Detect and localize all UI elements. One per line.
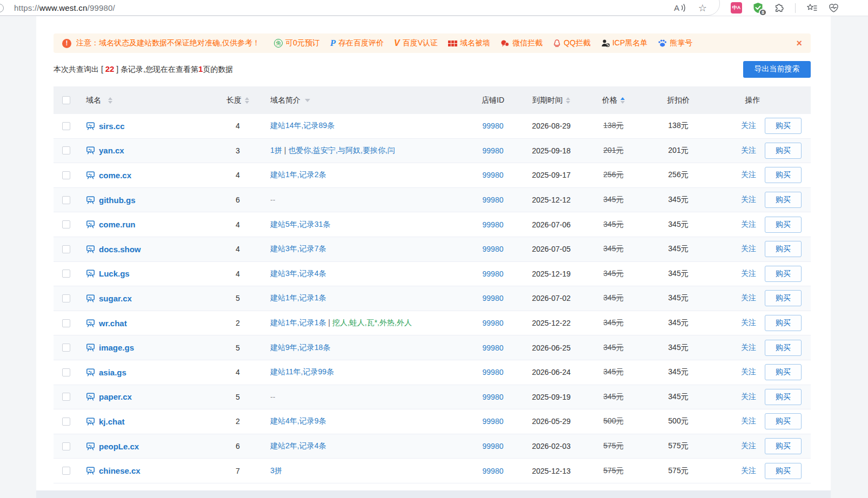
intro-text[interactable]: 1拼 | 也爱你,益安宁,与阿奴,要挨你,闫 xyxy=(270,146,395,156)
shop-id-link[interactable]: 99980 xyxy=(483,294,504,302)
buy-button[interactable]: 购买 xyxy=(765,364,802,380)
row-checkbox[interactable] xyxy=(62,442,70,450)
domain-link[interactable]: paper.cx xyxy=(99,392,132,401)
intro-text[interactable]: 建站9年,记录18条 xyxy=(270,343,330,353)
intro-text[interactable]: 建站3年,记录7条 xyxy=(270,244,326,254)
row-checkbox[interactable] xyxy=(62,146,70,154)
shop-id-link[interactable]: 99980 xyxy=(483,270,504,278)
intro-text[interactable]: 建站5年,记录31条 xyxy=(270,220,330,230)
row-checkbox[interactable] xyxy=(62,467,70,475)
intro-text[interactable]: 建站2年,记录4条 xyxy=(270,441,326,451)
site-preview-icon[interactable] xyxy=(86,122,95,131)
intro-text[interactable]: -- xyxy=(270,393,275,401)
row-checkbox[interactable] xyxy=(62,319,70,327)
site-preview-icon[interactable] xyxy=(86,319,95,328)
site-preview-icon[interactable] xyxy=(86,171,95,180)
buy-button[interactable]: 购买 xyxy=(765,438,802,454)
buy-button[interactable]: 购买 xyxy=(765,290,802,306)
shop-id-link[interactable]: 99980 xyxy=(483,245,504,253)
follow-link[interactable]: 关注 xyxy=(741,121,756,131)
buy-button[interactable]: 购买 xyxy=(765,241,802,257)
url-text[interactable]: https://www.west.cn/99980/ xyxy=(14,3,115,12)
intro-text[interactable]: 建站11年,记录99条 xyxy=(270,367,334,377)
follow-link[interactable]: 关注 xyxy=(741,392,756,402)
site-preview-icon[interactable] xyxy=(86,417,95,426)
site-preview-icon[interactable] xyxy=(86,269,95,278)
domain-link[interactable]: image.gs xyxy=(99,343,134,352)
intro-text[interactable]: 建站4年,记录9条 xyxy=(270,416,326,426)
domain-link[interactable]: sugar.cx xyxy=(99,294,132,303)
follow-link[interactable]: 关注 xyxy=(741,170,756,180)
favorite-star-icon[interactable]: ☆ xyxy=(698,3,707,13)
shop-id-link[interactable]: 99980 xyxy=(483,393,504,401)
shop-id-link[interactable]: 99980 xyxy=(483,196,504,204)
shop-id-link[interactable]: 99980 xyxy=(483,319,504,327)
intro-text[interactable]: 建站14年,记录89条 xyxy=(270,121,335,131)
site-preview-icon[interactable] xyxy=(86,146,95,155)
buy-button[interactable]: 购买 xyxy=(765,192,802,208)
follow-link[interactable]: 关注 xyxy=(741,195,756,205)
shop-id-link[interactable]: 99980 xyxy=(483,467,504,475)
collections-icon[interactable] xyxy=(806,3,817,13)
domain-link[interactable]: kj.chat xyxy=(99,417,125,426)
buy-button[interactable]: 购买 xyxy=(765,413,802,429)
row-checkbox[interactable] xyxy=(62,294,70,302)
follow-link[interactable]: 关注 xyxy=(741,220,756,230)
buy-button[interactable]: 购买 xyxy=(765,389,802,405)
shop-id-link[interactable]: 99980 xyxy=(483,220,504,229)
sort-price-icon[interactable] xyxy=(620,97,625,104)
intro-filter-caret-icon[interactable] xyxy=(305,99,310,102)
follow-link[interactable]: 关注 xyxy=(741,293,756,303)
shop-id-link[interactable]: 99980 xyxy=(483,344,504,352)
buy-button[interactable]: 购买 xyxy=(765,217,802,233)
header-length[interactable]: 长度 xyxy=(216,96,260,105)
domain-link[interactable]: asia.gs xyxy=(99,368,126,377)
buy-button[interactable]: 购买 xyxy=(765,143,802,159)
shop-id-link[interactable]: 99980 xyxy=(483,146,504,155)
site-preview-icon[interactable] xyxy=(86,343,95,352)
row-checkbox[interactable] xyxy=(62,220,70,228)
row-checkbox[interactable] xyxy=(62,393,70,401)
read-aloud-icon[interactable]: A xyxy=(673,3,686,13)
select-all-checkbox[interactable] xyxy=(62,96,70,104)
row-checkbox[interactable] xyxy=(62,344,70,352)
follow-link[interactable]: 关注 xyxy=(741,269,756,279)
row-checkbox[interactable] xyxy=(62,196,70,204)
site-preview-icon[interactable] xyxy=(86,466,95,475)
header-intro[interactable]: 域名简介 xyxy=(260,96,470,105)
buy-button[interactable]: 购买 xyxy=(765,315,802,331)
follow-link[interactable]: 关注 xyxy=(741,318,756,328)
follow-link[interactable]: 关注 xyxy=(741,441,756,451)
buy-button[interactable]: 购买 xyxy=(765,167,802,183)
site-preview-icon[interactable] xyxy=(86,196,95,205)
shop-id-link[interactable]: 99980 xyxy=(483,171,504,179)
follow-link[interactable]: 关注 xyxy=(741,146,756,156)
sort-domain-icon[interactable] xyxy=(108,97,112,104)
domain-link[interactable]: sirs.cc xyxy=(99,122,125,131)
header-domain[interactable]: 域名 xyxy=(79,96,216,105)
translate-icon[interactable]: 中A xyxy=(731,2,742,14)
extensions-puzzle-icon[interactable] xyxy=(774,3,784,13)
intro-text[interactable]: 建站3年,记录4条 xyxy=(270,269,326,279)
domain-link[interactable]: come.cx xyxy=(99,171,131,180)
row-checkbox[interactable] xyxy=(62,245,70,253)
row-checkbox[interactable] xyxy=(62,418,70,426)
follow-link[interactable]: 关注 xyxy=(741,343,756,353)
shop-id-link[interactable]: 99980 xyxy=(483,442,504,450)
shop-id-link[interactable]: 99980 xyxy=(483,368,504,376)
site-preview-icon[interactable] xyxy=(86,442,95,451)
domain-link[interactable]: wr.chat xyxy=(99,319,127,328)
shop-id-link[interactable]: 99980 xyxy=(483,417,504,426)
domain-link[interactable]: github.gs xyxy=(99,196,136,205)
follow-link[interactable]: 关注 xyxy=(741,416,756,426)
domain-link[interactable]: peopLe.cx xyxy=(99,442,139,451)
domain-link[interactable]: chinese.cx xyxy=(99,466,141,475)
row-checkbox[interactable] xyxy=(62,368,70,376)
intro-text[interactable]: 建站1年,记录2条 xyxy=(270,170,326,180)
site-preview-icon[interactable] xyxy=(86,220,95,229)
sort-expiry-icon[interactable] xyxy=(566,97,570,104)
sort-length-icon[interactable] xyxy=(245,97,249,104)
intro-text[interactable]: -- xyxy=(270,196,275,204)
intro-text[interactable]: 建站1年,记录1条 | 挖人,蛙人,瓦*,外热,外人 xyxy=(270,318,412,328)
follow-link[interactable]: 关注 xyxy=(741,244,756,254)
